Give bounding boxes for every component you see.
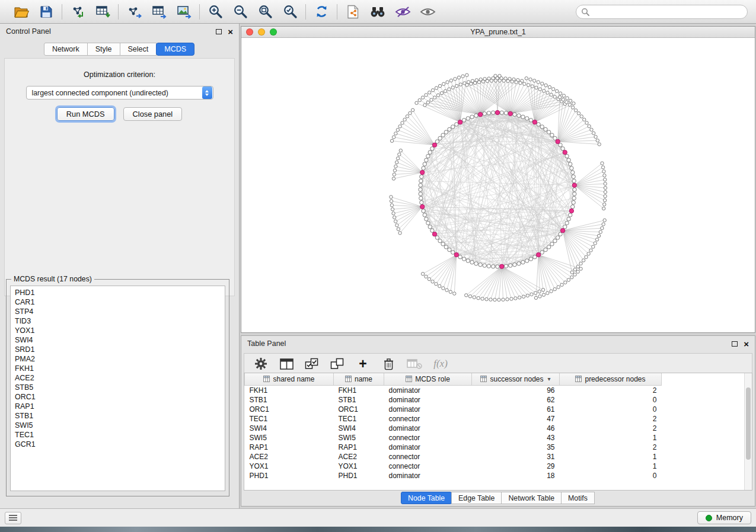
column-header[interactable]: name: [334, 373, 384, 385]
deselect-all-icon[interactable]: [330, 356, 344, 371]
table-row[interactable]: FKH1FKH1dominator962: [245, 385, 745, 395]
row-filler: [662, 452, 745, 462]
hide-graphics-icon[interactable]: [394, 4, 411, 20]
select-all-icon[interactable]: [305, 356, 319, 371]
table-cell: dominator: [384, 443, 472, 452]
scrollbar-thumb[interactable]: [746, 387, 751, 460]
search-network-icon[interactable]: [369, 4, 386, 20]
mcds-result-item[interactable]: FKH1: [15, 364, 221, 373]
table-row[interactable]: PHD1PHD1dominator180: [245, 471, 745, 480]
zoom-in-icon[interactable]: [207, 4, 224, 20]
window-minimize-icon[interactable]: [258, 28, 265, 36]
window-zoom-icon[interactable]: [270, 28, 277, 36]
float-panel-icon[interactable]: [732, 341, 738, 347]
close-panel-icon[interactable]: ×: [228, 27, 233, 36]
table-cell: 0: [560, 405, 662, 414]
zoom-out-icon[interactable]: [232, 4, 248, 20]
table-cell: ORC1: [245, 405, 334, 414]
table-settings-gear-icon[interactable]: [254, 356, 268, 371]
tab-mcds[interactable]: MCDS: [156, 43, 194, 56]
tab-network-table[interactable]: Network Table: [501, 492, 562, 504]
network-graph[interactable]: [241, 38, 755, 332]
search-box[interactable]: [576, 5, 748, 19]
mcds-result-item[interactable]: SRD1: [15, 345, 221, 354]
criterion-select[interactable]: largest connected component (undirected): [26, 86, 213, 100]
table-header-row: shared namenameMCDS rolesuccessor nodes▾…: [245, 373, 745, 385]
mcds-result-item[interactable]: PMA2: [15, 354, 221, 364]
table-cell: dominator: [384, 385, 472, 395]
window-close-icon[interactable]: [246, 28, 253, 36]
table-cell: SWI4: [334, 424, 384, 433]
import-table-icon[interactable]: [94, 4, 111, 20]
tab-select[interactable]: Select: [120, 43, 157, 56]
table-row[interactable]: SWI4SWI4dominator462: [245, 424, 745, 433]
close-panel-icon[interactable]: ×: [744, 339, 749, 348]
column-header-label: shared name: [273, 375, 314, 383]
tab-network[interactable]: Network: [44, 43, 88, 56]
mcds-result-item[interactable]: TID3: [15, 316, 221, 326]
save-session-icon[interactable]: [38, 4, 55, 20]
mcds-result-item[interactable]: TEC1: [15, 430, 221, 440]
tab-style[interactable]: Style: [87, 43, 120, 56]
tab-node-table[interactable]: Node Table: [401, 492, 452, 504]
tab-motifs[interactable]: Motifs: [561, 492, 595, 504]
mcds-result-item[interactable]: STB5: [15, 383, 221, 392]
mcds-result-item[interactable]: SWI5: [15, 421, 221, 430]
table-toolbar: + f(x): [244, 353, 752, 374]
table-cell: connector: [384, 414, 472, 424]
table-row[interactable]: TEC1TEC1connector472: [245, 414, 745, 424]
column-header-label: successor nodes: [490, 375, 543, 383]
show-columns-icon[interactable]: [279, 356, 294, 371]
table-row[interactable]: ORC1ORC1dominator610: [245, 405, 745, 414]
column-header-label: name: [355, 375, 372, 383]
delete-column-icon[interactable]: [381, 356, 395, 371]
network-window-titlebar[interactable]: YPA_prune.txt_1: [241, 27, 755, 38]
mcds-result-item[interactable]: STB1: [15, 411, 221, 421]
add-column-icon[interactable]: +: [356, 356, 370, 371]
table-cell: 1: [560, 452, 662, 462]
open-session-icon[interactable]: [13, 4, 30, 20]
float-panel-icon[interactable]: [216, 29, 222, 34]
column-header[interactable]: MCDS role: [384, 373, 472, 385]
table-row[interactable]: SWI5SWI5connector431: [245, 433, 745, 443]
table-cell: PHD1: [245, 471, 334, 480]
mcds-result-item[interactable]: ORC1: [15, 392, 221, 402]
table-row[interactable]: RAP1RAP1dominator352: [245, 443, 745, 452]
export-image-icon[interactable]: [176, 4, 192, 20]
run-mcds-button[interactable]: Run MCDS: [57, 107, 114, 121]
search-input[interactable]: [593, 8, 742, 16]
export-table-icon[interactable]: [151, 4, 167, 20]
mcds-result-item[interactable]: RAP1: [15, 402, 221, 411]
column-header[interactable]: predecessor nodes: [560, 373, 662, 385]
mcds-result-item[interactable]: STP4: [15, 307, 221, 316]
mcds-result-item[interactable]: CAR1: [15, 297, 221, 307]
table-cell: SWI5: [334, 433, 384, 443]
table-row[interactable]: YOX1YOX1connector291: [245, 462, 745, 471]
memory-button[interactable]: Memory: [697, 511, 751, 524]
table-cell: 61: [472, 405, 560, 414]
show-panels-button[interactable]: [5, 512, 21, 524]
column-header[interactable]: successor nodes▾: [472, 373, 560, 385]
tab-edge-table[interactable]: Edge Table: [451, 492, 502, 504]
table-vertical-scrollbar[interactable]: [744, 373, 752, 490]
export-network-icon[interactable]: [126, 4, 142, 20]
share-document-icon[interactable]: [344, 4, 361, 20]
table-panel-tabs: Node Table Edge Table Network Table Moti…: [241, 492, 755, 504]
mcds-result-item[interactable]: GCR1: [15, 440, 221, 449]
mcds-result-item[interactable]: PHD1: [15, 288, 221, 297]
import-network-icon[interactable]: [69, 4, 86, 20]
mcds-result-item[interactable]: YOX1: [15, 326, 221, 335]
table-row[interactable]: STB1STB1dominator620: [245, 395, 745, 405]
refresh-icon[interactable]: [313, 4, 330, 20]
zoom-selected-icon[interactable]: [282, 4, 298, 20]
column-header-label: predecessor nodes: [585, 375, 645, 383]
mcds-result-item[interactable]: SWI4: [15, 335, 221, 345]
close-panel-button[interactable]: Close panel: [123, 107, 183, 121]
network-canvas[interactable]: [241, 38, 755, 332]
show-graphics-icon[interactable]: [419, 4, 436, 20]
table-row[interactable]: ACE2ACE2connector311: [245, 452, 745, 462]
column-header[interactable]: shared name: [245, 373, 334, 385]
zoom-fit-icon[interactable]: [257, 4, 273, 20]
mcds-result-item[interactable]: ACE2: [15, 373, 221, 383]
mcds-result-list[interactable]: PHD1CAR1STP4TID3YOX1SWI4SRD1PMA2FKH1ACE2…: [10, 286, 225, 491]
